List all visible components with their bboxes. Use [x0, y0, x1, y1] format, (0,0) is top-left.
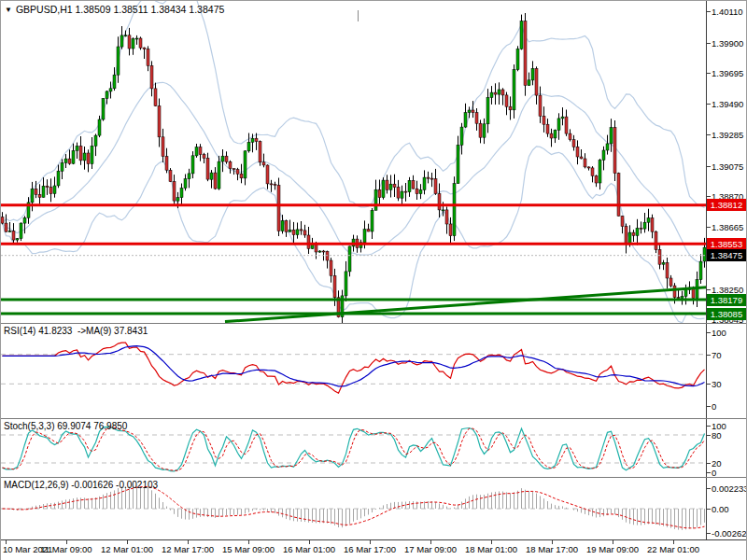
price-axis[interactable]: 1.401101.399001.396951.394901.392851.390… — [706, 1, 746, 323]
macd-panel: MACD(12,26,9) -0.001626 -0.002103 0.0022… — [1, 477, 746, 539]
candle-up — [296, 230, 299, 235]
candle-down — [255, 138, 258, 141]
candle-up — [557, 119, 560, 130]
candle-up — [94, 135, 97, 146]
candle-up — [106, 91, 108, 99]
candle-down — [259, 142, 261, 162]
candle-up — [113, 75, 116, 89]
candle-up — [498, 90, 500, 94]
candle-up — [117, 47, 120, 75]
candle-down — [416, 189, 418, 194]
trendline[interactable] — [225, 287, 707, 322]
candle-down — [550, 133, 553, 138]
candles — [1, 13, 706, 323]
candle-up — [57, 171, 60, 186]
tick-mark — [707, 196, 711, 197]
rsi-axis-label: 30 — [712, 379, 722, 389]
candle-up — [210, 173, 213, 179]
candle-down — [162, 137, 164, 157]
candle-up — [64, 159, 67, 162]
time-axis[interactable]: 10 Mar 202111 Mar 09:0012 Mar 01:0012 Ma… — [1, 539, 746, 560]
candle-down — [404, 191, 407, 192]
candle-down — [655, 231, 657, 249]
rsi-chart[interactable] — [1, 325, 707, 418]
candle-up — [76, 147, 78, 151]
candle-up — [643, 222, 646, 229]
candle-up — [102, 99, 105, 120]
candle-up — [606, 144, 609, 150]
candle-down — [640, 228, 642, 229]
candle-down — [427, 177, 430, 178]
candle-down — [438, 194, 441, 210]
candle-up — [8, 231, 11, 232]
time-label: 12 Mar 17:00 — [162, 544, 214, 554]
tick-mark — [707, 289, 711, 290]
candle-up — [363, 230, 366, 243]
candle-up — [251, 138, 254, 142]
stochastic-axis[interactable]: 10080200 — [706, 419, 746, 477]
candle-up — [684, 289, 687, 296]
candle-up — [98, 119, 101, 135]
candle-down — [651, 218, 654, 232]
candle-up — [419, 189, 422, 193]
candle-down — [262, 162, 265, 165]
candle-up — [490, 92, 493, 97]
candle-down — [147, 49, 149, 66]
candle-up — [247, 142, 250, 151]
candle-down — [587, 167, 590, 168]
candle-down — [68, 159, 71, 163]
time-label: 22 Mar 01:00 — [647, 544, 699, 554]
rsi-axis-label: 70 — [712, 350, 722, 360]
tick-mark — [707, 332, 711, 333]
candle-down — [199, 147, 202, 155]
candle-up — [72, 150, 75, 163]
chevron-down-icon[interactable]: ▼ — [5, 6, 12, 14]
candle-up — [184, 179, 187, 189]
candle-up — [699, 261, 702, 280]
candle-up — [531, 68, 534, 80]
candle-down — [307, 235, 310, 248]
macd-axis-label: -0.002624 — [712, 528, 746, 539]
candle-down — [277, 185, 280, 231]
tick-mark — [707, 435, 711, 436]
candle-down — [169, 170, 172, 181]
candle-down — [494, 92, 497, 94]
candle-down — [632, 232, 635, 235]
candle-up — [520, 21, 523, 49]
time-label: 18 Mar 01:00 — [465, 544, 517, 554]
candle-up — [132, 39, 134, 49]
candle-up — [53, 186, 56, 194]
time-label: 12 Mar 01:00 — [101, 544, 153, 554]
rsi-axis[interactable]: 10070300 — [706, 324, 746, 418]
candle-down — [225, 156, 228, 161]
price-chart[interactable] — [1, 1, 707, 323]
price-label: 1.39285 — [712, 130, 743, 140]
candle-up — [389, 184, 392, 189]
candle-down — [233, 169, 235, 170]
candle-down — [322, 251, 325, 252]
stoch-d-line — [3, 427, 705, 471]
candle-up — [195, 147, 198, 156]
candle-up — [528, 80, 530, 86]
candle-down — [143, 48, 146, 49]
time-label: 17 Mar 09:00 — [404, 544, 457, 554]
candle-up — [20, 223, 22, 238]
bollinger-upper — [3, 1, 705, 223]
candle-down — [214, 173, 217, 189]
candle-down — [173, 182, 176, 202]
candle-down — [139, 38, 142, 48]
candle-up — [176, 198, 179, 202]
candle-up — [561, 117, 564, 119]
candle-down — [46, 186, 49, 187]
rsi-ma-line — [3, 346, 705, 386]
candle-up — [318, 251, 321, 252]
macd-axis[interactable]: 0.0022330.00-0.002624 — [706, 478, 746, 539]
candle-down — [87, 153, 90, 164]
candle-up — [371, 210, 374, 231]
candle-down — [475, 113, 478, 124]
candle-down — [625, 227, 627, 245]
candle-down — [535, 68, 538, 95]
candle-up — [191, 156, 194, 174]
candle-down — [584, 159, 586, 167]
candle-down — [669, 278, 672, 286]
